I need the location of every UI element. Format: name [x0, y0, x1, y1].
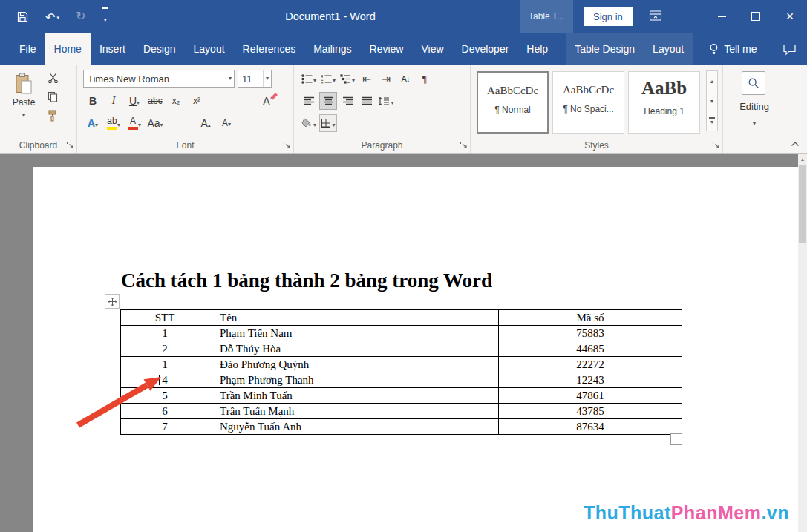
cell-ten[interactable]: Trần Minh Tuấn	[209, 388, 499, 404]
comments-button[interactable]	[783, 33, 797, 65]
scrollbar-thumb[interactable]	[799, 165, 806, 243]
dropdown-icon[interactable]	[332, 117, 335, 129]
dropdown-icon[interactable]	[263, 70, 271, 87]
dropdown-icon[interactable]	[226, 70, 234, 87]
cell-ma-so[interactable]: 43785	[499, 404, 682, 419]
styles-scroll-down-button[interactable]: ▾	[706, 91, 718, 111]
italic-button[interactable]: I	[104, 92, 123, 110]
cell-ma-so[interactable]: 22272	[499, 357, 682, 372]
line-spacing-button[interactable]	[377, 92, 395, 110]
dropdown-icon[interactable]	[313, 117, 316, 129]
subscript-button[interactable]: x₂	[166, 92, 186, 110]
styles-dialog-launcher[interactable]	[711, 140, 720, 149]
customize-quick-access-button[interactable]	[102, 7, 108, 26]
sign-in-button[interactable]: Sign in	[584, 7, 633, 26]
redo-button[interactable]: ↻	[76, 10, 85, 22]
collapse-ribbon-button[interactable]	[791, 142, 800, 147]
style-heading-1[interactable]: AaBb Heading 1	[628, 71, 700, 134]
decrease-indent-button[interactable]: ⇤	[358, 70, 376, 88]
cell-ma-so[interactable]: 47861	[499, 388, 682, 404]
tab-table-layout[interactable]: Layout	[644, 33, 693, 65]
cell-ten[interactable]: Phạm Tiến Nam	[209, 326, 499, 341]
cut-button[interactable]	[48, 73, 59, 84]
cell-ten[interactable]: Phạm Phương Thanh	[209, 372, 499, 388]
cell-ten[interactable]: Đỗ Thúy Hòa	[209, 341, 499, 357]
font-size-combo[interactable]: 11	[238, 70, 272, 88]
tab-layout[interactable]: Layout	[185, 33, 234, 65]
text-highlight-button[interactable]: ab	[104, 114, 123, 132]
dropdown-icon[interactable]	[391, 95, 393, 107]
close-button[interactable]: ×	[773, 0, 807, 33]
shading-button[interactable]	[300, 114, 318, 132]
tab-design[interactable]: Design	[134, 33, 185, 65]
tab-home[interactable]: Home	[45, 33, 91, 65]
sort-button[interactable]: A↓	[396, 70, 414, 88]
paste-button[interactable]: Paste	[6, 68, 42, 138]
tab-help[interactable]: Help	[517, 33, 557, 65]
header-cell-ten[interactable]: Tên	[209, 310, 499, 326]
save-button[interactable]	[16, 10, 29, 23]
dropdown-icon[interactable]	[137, 96, 140, 106]
borders-button[interactable]	[319, 114, 337, 132]
cell-ma-so[interactable]: 87634	[499, 419, 682, 435]
style-no-spacing[interactable]: AaBbCcDc ¶ No Spaci...	[552, 71, 624, 134]
dropdown-icon[interactable]	[160, 118, 163, 128]
justify-button[interactable]	[358, 92, 376, 110]
font-name-combo[interactable]: Times New Roman	[83, 70, 235, 88]
copy-button[interactable]	[48, 91, 59, 102]
table-resize-handle[interactable]	[670, 433, 682, 445]
tab-review[interactable]: Review	[361, 33, 413, 65]
font-color-button[interactable]: A	[125, 114, 144, 132]
numbering-button[interactable]	[319, 70, 337, 88]
tab-insert[interactable]: Insert	[91, 33, 134, 65]
cell-ma-so[interactable]: 12243	[499, 372, 682, 388]
bullets-button[interactable]	[300, 70, 318, 88]
editing-group-dropdown[interactable]	[722, 116, 786, 128]
vertical-scrollbar[interactable]: ▴	[798, 154, 807, 532]
align-right-button[interactable]	[339, 92, 356, 110]
shrink-font-button[interactable]: A	[217, 114, 236, 132]
dropdown-icon[interactable]	[352, 73, 355, 85]
text-effects-button[interactable]: A	[83, 114, 102, 132]
grow-font-button[interactable]: A	[196, 114, 215, 132]
document-page[interactable]: Cách tách 1 bảng thành 2 bảng trong Word…	[33, 167, 798, 532]
underline-button[interactable]: U	[125, 92, 144, 110]
tell-me-button[interactable]: Tell me	[709, 33, 757, 65]
dropdown-icon[interactable]	[138, 118, 141, 128]
cell-ten[interactable]: Nguyễn Tuấn Anh	[209, 419, 499, 435]
table-move-handle[interactable]	[105, 294, 120, 309]
dropdown-icon[interactable]	[22, 110, 25, 119]
cell-stt[interactable]: 1	[121, 326, 209, 341]
dropdown-icon[interactable]	[117, 118, 120, 128]
strikethrough-button[interactable]: abc	[146, 92, 165, 110]
tab-view[interactable]: View	[412, 33, 452, 65]
document-table[interactable]: STT Tên Mã số 1 Phạm Tiến Nam 75883 2 Đỗ…	[120, 309, 682, 435]
dropdown-icon[interactable]	[333, 73, 336, 85]
scroll-up-button[interactable]: ▴	[798, 154, 807, 164]
maximize-button[interactable]	[739, 0, 773, 33]
undo-button[interactable]: ↶	[45, 10, 59, 24]
bold-button[interactable]: B	[83, 92, 102, 110]
font-dialog-launcher[interactable]	[282, 140, 291, 149]
tab-references[interactable]: References	[234, 33, 305, 65]
ribbon-display-options-button[interactable]	[649, 10, 662, 22]
show-formatting-marks-button[interactable]: ¶	[416, 70, 434, 88]
cell-ten[interactable]: Trần Tuấn Mạnh	[209, 404, 499, 419]
align-left-button[interactable]	[300, 92, 318, 110]
superscript-button[interactable]: x²	[187, 92, 206, 110]
dropdown-icon[interactable]	[313, 73, 316, 85]
editing-group-button-label[interactable]: Editing	[722, 101, 786, 112]
multilevel-list-button[interactable]	[339, 70, 356, 88]
header-cell-stt[interactable]: STT	[121, 310, 209, 326]
tab-table-design[interactable]: Table Design	[566, 33, 644, 65]
align-center-button[interactable]	[319, 92, 337, 110]
styles-scroll-up-button[interactable]: ▴	[706, 70, 718, 91]
change-case-button[interactable]: Aa	[146, 114, 165, 132]
paragraph-dialog-launcher[interactable]	[459, 140, 468, 149]
increase-indent-button[interactable]: ⇥	[377, 70, 395, 88]
cell-ma-so[interactable]: 75883	[499, 326, 682, 341]
clear-formatting-button[interactable]: A	[257, 92, 276, 110]
cell-ten[interactable]: Đào Phương Quỳnh	[209, 357, 499, 372]
dropdown-icon[interactable]	[95, 118, 98, 128]
style-normal[interactable]: AaBbCcDc ¶ Normal	[477, 71, 549, 134]
